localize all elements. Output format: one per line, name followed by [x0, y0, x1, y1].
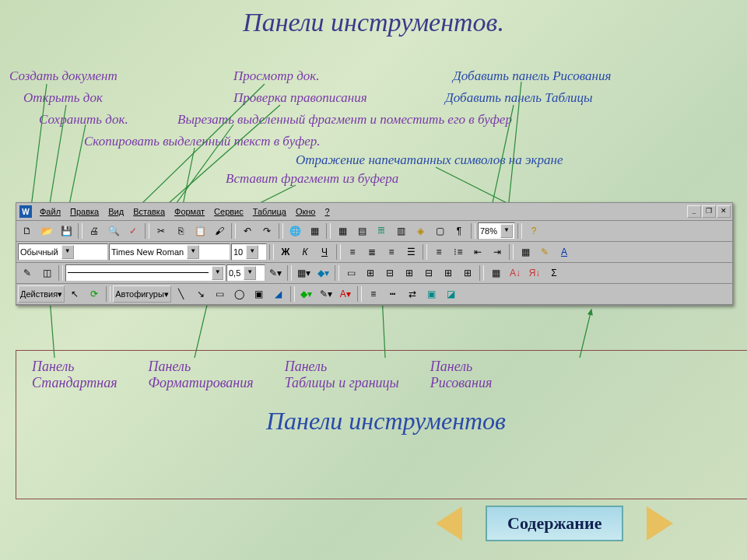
align-justify-icon[interactable]: ☰: [402, 243, 420, 261]
redo-icon[interactable]: ↷: [258, 222, 276, 240]
ann-add-draw: Добавить панель Рисования: [453, 68, 611, 84]
align-right-icon[interactable]: ≡: [382, 243, 401, 261]
draw-table-icon[interactable]: ✎: [18, 264, 37, 282]
size-combo[interactable]: 10▼: [231, 243, 267, 261]
3d-icon[interactable]: ◪: [442, 285, 461, 303]
bold-button[interactable]: Ж: [276, 243, 295, 261]
spellcheck-icon[interactable]: ✓: [124, 222, 142, 240]
highlight-icon[interactable]: ✎: [535, 243, 554, 261]
autosum-icon[interactable]: Σ: [545, 264, 563, 282]
ann-paste: Вставит фрагмент из буфера: [226, 171, 398, 187]
line-weight-combo[interactable]: 0,5▼: [226, 264, 265, 282]
sort-desc-icon[interactable]: Я↓: [525, 264, 544, 282]
split-cells-icon[interactable]: ⊞: [361, 264, 380, 282]
leg-std-b: Стандартная: [32, 375, 117, 391]
line-style-combo[interactable]: ▼: [65, 264, 226, 282]
zoom-combo[interactable]: 78%▼: [478, 222, 515, 240]
actions-menu[interactable]: Действия ▾: [18, 285, 65, 303]
merge-cells-icon[interactable]: ▭: [342, 264, 360, 282]
paste-icon[interactable]: 📋: [191, 222, 209, 240]
oval-icon[interactable]: ◯: [230, 285, 249, 303]
annotation-layer: Создать документ Просмотр док. Добавить …: [0, 37, 747, 185]
font-color-icon[interactable]: А: [555, 243, 573, 261]
undo-icon[interactable]: ↶: [238, 222, 257, 240]
dist-cols-icon[interactable]: ⊞: [458, 264, 477, 282]
arrow-style-icon[interactable]: ⇄: [403, 285, 422, 303]
italic-button[interactable]: К: [296, 243, 314, 261]
doc-map-icon[interactable]: ▢: [430, 222, 449, 240]
cut-icon[interactable]: ✂: [152, 222, 170, 240]
win-close-icon[interactable]: ✕: [717, 205, 731, 218]
align-center-icon[interactable]: ≣: [363, 243, 381, 261]
contents-button[interactable]: Содержание: [486, 506, 623, 541]
align-left-icon[interactable]: ≡: [343, 243, 362, 261]
new-doc-icon[interactable]: 🗋: [18, 222, 37, 240]
save-icon[interactable]: 💾: [57, 222, 75, 240]
menu-insert[interactable]: Вставка: [128, 205, 170, 218]
fill-color-icon[interactable]: ◆▾: [314, 264, 332, 282]
menu-format[interactable]: Формат: [170, 205, 209, 218]
menu-tools[interactable]: Сервис: [209, 205, 248, 218]
copy-icon[interactable]: ⎘: [171, 222, 190, 240]
outdent-icon[interactable]: ⇤: [468, 243, 487, 261]
arrow-icon[interactable]: ↘: [191, 285, 210, 303]
ann-save: Сохранить док.: [39, 112, 128, 128]
indent-icon[interactable]: ⇥: [488, 243, 507, 261]
prev-arrow-icon[interactable]: [436, 506, 462, 541]
select-arrow-icon[interactable]: ↖: [65, 285, 84, 303]
page-title: Панели инструментов.: [0, 0, 747, 37]
menu-edit[interactable]: Правка: [65, 205, 103, 218]
open-icon[interactable]: 📂: [37, 222, 56, 240]
border-color-icon[interactable]: ✎▾: [266, 264, 285, 282]
numbered-list-icon[interactable]: ≡: [430, 243, 448, 261]
ann-add-table: Добавить панель Таблицы: [445, 90, 593, 106]
font-color2-icon[interactable]: А▾: [336, 285, 355, 303]
web-toolbar-icon[interactable]: ▦: [305, 222, 324, 240]
dash-style-icon[interactable]: ┅: [384, 285, 402, 303]
win-restore-icon[interactable]: ❐: [702, 205, 716, 218]
menu-view[interactable]: Вид: [103, 205, 128, 218]
excel-icon[interactable]: 𝄜: [372, 222, 391, 240]
autoshapes-menu[interactable]: Автофигуры ▾: [113, 285, 171, 303]
ann-copy: Скопировать выделенный текст в буфер.: [84, 134, 321, 149]
drawing-panel-icon[interactable]: ◈: [411, 222, 430, 240]
print-icon[interactable]: 🖨: [85, 222, 103, 240]
underline-button[interactable]: Ч: [315, 243, 334, 261]
menu-table[interactable]: Таблица: [248, 205, 291, 218]
autoformat-icon[interactable]: ▦: [486, 264, 505, 282]
preview-icon[interactable]: 🔍: [104, 222, 123, 240]
menu-file[interactable]: Файл: [35, 205, 65, 218]
line-color-icon[interactable]: ✎▾: [317, 285, 335, 303]
align-top-icon[interactable]: ⊟: [381, 264, 399, 282]
wordart-icon[interactable]: ◢: [269, 285, 288, 303]
align-mid-icon[interactable]: ⊞: [400, 264, 419, 282]
borders-icon[interactable]: ▦: [516, 243, 535, 261]
fill-color2-icon[interactable]: ◆▾: [297, 285, 316, 303]
textbox-icon[interactable]: ▣: [250, 285, 268, 303]
eraser-icon[interactable]: ◫: [37, 264, 56, 282]
dist-rows-icon[interactable]: ⊞: [439, 264, 458, 282]
menu-window[interactable]: Окно: [291, 205, 321, 218]
line-icon[interactable]: ╲: [172, 285, 191, 303]
style-combo[interactable]: Обычный▼: [18, 243, 108, 261]
sort-asc-icon[interactable]: А↓: [506, 264, 524, 282]
font-combo[interactable]: Times New Roman▼: [109, 243, 230, 261]
menu-help[interactable]: ?: [320, 205, 334, 218]
align-bot-icon[interactable]: ⊟: [419, 264, 438, 282]
rect-icon[interactable]: ▭: [211, 285, 230, 303]
win-min-icon[interactable]: _: [687, 205, 701, 218]
insert-table-icon[interactable]: ▤: [352, 222, 371, 240]
next-arrow-icon[interactable]: [647, 506, 673, 541]
pilcrow-icon[interactable]: ¶: [450, 222, 468, 240]
tables-borders-icon[interactable]: ▦: [333, 222, 352, 240]
shadow-icon[interactable]: ▣: [423, 285, 441, 303]
format-painter-icon[interactable]: 🖌: [210, 222, 229, 240]
tables-toolbar: ✎ ◫ ▼ 0,5▼ ✎▾ ▦▾ ◆▾ ▭ ⊞ ⊟ ⊞ ⊟ ⊞ ⊞ ▦ А↓ Я…: [16, 263, 732, 284]
line-style-icon[interactable]: ≡: [364, 285, 383, 303]
hyperlink-icon[interactable]: 🌐: [286, 222, 304, 240]
bullet-list-icon[interactable]: ⁝≡: [449, 243, 468, 261]
columns-icon[interactable]: ▥: [391, 222, 410, 240]
help-icon[interactable]: ?: [524, 222, 543, 240]
outside-border-icon[interactable]: ▦▾: [294, 264, 313, 282]
rotate-icon[interactable]: ⟳: [85, 285, 103, 303]
